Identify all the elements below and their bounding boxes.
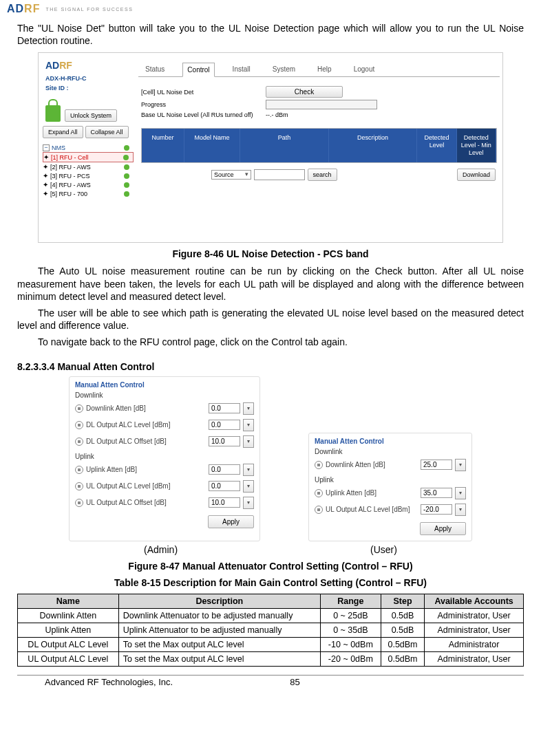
dropdown-icon[interactable]: ▾ xyxy=(243,402,254,415)
check-button[interactable]: Check xyxy=(266,86,343,98)
intro-paragraph: The "UL Noise Det" button will take you … xyxy=(17,22,524,47)
tree-label: [3] RFU - PCS xyxy=(50,173,90,180)
source-select[interactable]: Source xyxy=(211,170,251,180)
atten-row: Downlink Atten [dB] 25.0 ▾ xyxy=(315,457,466,473)
status-dot-icon xyxy=(124,182,129,188)
atten-value[interactable]: -20.0 xyxy=(421,504,452,515)
tab-system[interactable]: System xyxy=(268,63,299,76)
cell-accounts: Administrator xyxy=(425,637,524,651)
cell-name: UL Output ALC Level xyxy=(18,651,119,666)
expand-all-button[interactable]: Expand All xyxy=(43,126,83,138)
ul-noise-screenshot: ADRF ADX-H-RFU-C Site ID : Unlock System… xyxy=(38,52,503,243)
search-bar: Source search Download xyxy=(141,169,497,181)
tab-status[interactable]: Status xyxy=(141,63,169,76)
dropdown-icon[interactable]: ▾ xyxy=(455,487,466,499)
atten-value[interactable]: 10.0 xyxy=(209,497,240,508)
atten-value[interactable]: 0.0 xyxy=(209,420,240,430)
apply-button[interactable]: Apply xyxy=(420,522,466,535)
status-dot-icon xyxy=(124,164,129,170)
search-input[interactable] xyxy=(254,169,305,180)
radio-icon[interactable] xyxy=(75,482,83,490)
radio-icon[interactable] xyxy=(75,466,83,474)
apply-button[interactable]: Apply xyxy=(208,515,254,528)
dropdown-icon[interactable]: ▾ xyxy=(243,497,254,509)
cell-range: 0 ~ 25dB xyxy=(320,608,381,623)
radio-icon[interactable] xyxy=(75,438,83,446)
tab-help[interactable]: Help xyxy=(313,63,336,76)
atten-row: DL Output ALC Offset [dB] 10.0 ▾ xyxy=(75,433,254,450)
table-row: Downlink Atten Downlink Attenuator to be… xyxy=(18,608,524,623)
dropdown-icon[interactable]: ▾ xyxy=(243,419,254,431)
paragraph-3: The user will be able to see which path … xyxy=(17,307,524,332)
settings-table: Name Description Range Step Available Ac… xyxy=(17,594,524,667)
collapse-icon[interactable]: − xyxy=(43,144,50,151)
radio-icon[interactable] xyxy=(315,489,323,497)
atten-value[interactable]: 10.0 xyxy=(209,436,240,446)
th-range: Range xyxy=(320,594,381,608)
radio-icon[interactable] xyxy=(315,461,323,469)
cell-step: 0.5dB xyxy=(381,623,424,637)
tree-label: [4] RFU - AWS xyxy=(50,182,91,188)
tree-row[interactable]: ✦ [4] RFU - AWS xyxy=(43,180,134,189)
atten-value[interactable]: 0.0 xyxy=(209,464,240,475)
cell-desc: To set the Max output ALC level xyxy=(118,637,320,651)
cell-range: -10 ~ 0dBm xyxy=(320,637,381,651)
status-dot-icon xyxy=(124,145,129,151)
tree-row[interactable]: ✦ [3] RFU - PCS xyxy=(43,171,134,180)
logo-tagline: THE SIGNAL FOR SUCCESS xyxy=(45,7,133,12)
atten-value[interactable]: 0.0 xyxy=(209,403,240,413)
atten-label: UL Output ALC Level [dBm] xyxy=(326,506,418,513)
radio-icon[interactable] xyxy=(75,404,83,413)
tree-row[interactable]: ✦ [5] RFU - 700 xyxy=(43,189,134,198)
role-labels: (Admin) (User) xyxy=(17,544,524,555)
dropdown-icon[interactable]: ▾ xyxy=(243,464,254,476)
atten-label: UL Output ALC Level [dBm] xyxy=(86,482,206,490)
cell-name: DL Output ALC Level xyxy=(18,637,119,651)
logo-rf: RF xyxy=(24,3,40,14)
table-caption: Table 8-15 Description for Main Gain Con… xyxy=(17,577,524,588)
page-header: ADRF THE SIGNAL FOR SUCCESS xyxy=(0,0,541,18)
radio-icon[interactable] xyxy=(75,499,83,507)
tab-control[interactable]: Control xyxy=(182,63,214,77)
tree-row[interactable]: ✦ [2] RFU - AWS xyxy=(43,162,134,171)
th-number: Number xyxy=(142,129,184,162)
ul-noise-det-label: [Cell] UL Noise Det xyxy=(141,89,262,96)
search-button[interactable]: search xyxy=(308,169,337,181)
tree-label: [2] RFU - AWS xyxy=(50,164,91,171)
node-icon: ✦ xyxy=(43,153,49,161)
cell-accounts: Administrator, User xyxy=(425,608,524,623)
sidebar: ADRF ADX-H-RFU-C Site ID : Unlock System… xyxy=(39,53,135,242)
downlink-heading: Downlink xyxy=(315,448,466,455)
atten-value[interactable]: 0.0 xyxy=(209,481,240,491)
tab-logout[interactable]: Logout xyxy=(350,63,379,76)
download-button[interactable]: Download xyxy=(457,169,496,181)
atten-label: Uplink Atten [dB] xyxy=(326,489,418,497)
cell-desc: To set the Max output ALC level xyxy=(118,651,320,666)
radio-icon[interactable] xyxy=(75,421,83,429)
atten-value[interactable]: 25.0 xyxy=(421,460,452,470)
cell-desc: Uplink Attenuator to be adjusted manuall… xyxy=(118,623,320,637)
atten-row: UL Output ALC Level [dBm] -20.0 ▾ xyxy=(315,501,466,518)
dropdown-icon[interactable]: ▾ xyxy=(455,504,466,516)
unlock-button[interactable]: Unlock System xyxy=(65,109,117,122)
dropdown-icon[interactable]: ▾ xyxy=(243,435,254,448)
atten-value[interactable]: 35.0 xyxy=(421,488,452,498)
tree-row[interactable]: − NMS xyxy=(43,144,134,152)
dropdown-icon[interactable]: ▾ xyxy=(243,480,254,493)
uplink-heading: Uplink xyxy=(315,476,466,484)
tree-row[interactable]: ✦ [1] RFU - Cell xyxy=(43,152,134,162)
dropdown-icon[interactable]: ▾ xyxy=(455,459,466,471)
cell-step: 0.5dBm xyxy=(381,651,424,666)
th-description: Description xyxy=(118,594,320,608)
tab-install[interactable]: Install xyxy=(229,63,255,76)
cell-desc: Downlink Attenuator to be adjusted manua… xyxy=(118,608,320,623)
logo: ADRF xyxy=(7,3,40,15)
section-heading: 8.2.3.3.4 Manual Atten Control xyxy=(17,361,524,372)
collapse-all-button[interactable]: Collapse All xyxy=(85,126,129,138)
radio-icon[interactable] xyxy=(315,506,323,514)
logo-ad: AD xyxy=(7,3,24,14)
atten-row: DL Output ALC Level [dBm] 0.0 ▾ xyxy=(75,417,254,433)
atten-label: Uplink Atten [dB] xyxy=(86,466,206,473)
atten-label: DL Output ALC Offset [dB] xyxy=(86,438,206,445)
footer-divider xyxy=(17,675,524,676)
